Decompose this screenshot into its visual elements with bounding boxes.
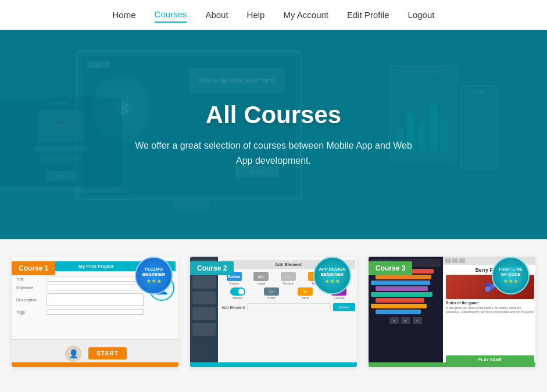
navbar: Home Courses About Help My Account Edit … xyxy=(0,0,547,30)
nav-about[interactable]: About xyxy=(205,8,228,22)
hero-title: All Courses xyxy=(128,101,419,129)
hero-banner: Q1 ❄ What is the refraction of light? Ti… xyxy=(0,30,547,239)
medal-text-3: FIRST LINEOF CODE xyxy=(499,267,523,277)
c2-button-btn[interactable]: Button xyxy=(333,303,355,311)
medal-text-1: PLEZMOBEGINNER xyxy=(142,267,166,277)
medal-text-2: APP DESIGNBEGINNER xyxy=(319,267,345,277)
c2-el-textbox-label: Textbox xyxy=(283,282,294,285)
c1-small-avatar: 👤 xyxy=(65,346,81,362)
hero-subtitle: We offer a great selection of courses be… xyxy=(128,138,419,168)
nav-edit-profile[interactable]: Edit Profile xyxy=(347,8,389,22)
c2-el-canvas-label: Canvas xyxy=(334,296,345,300)
course3-bottom-bar xyxy=(369,362,535,367)
c3-rules-title: Rules of the game xyxy=(446,301,534,305)
c3-rules-text: In this game you need to find berries. B… xyxy=(446,306,534,355)
c2-add-element-label: Add Element xyxy=(221,305,245,310)
c2-el-button-label: Button xyxy=(230,282,239,285)
medal-stars-2: ★ ★ ★ xyxy=(325,279,339,285)
courses-section: Course 1 PLEZMOBEGINNER ★ ★ ★ My First P… xyxy=(0,239,547,384)
c2-el-table2-label: Table xyxy=(302,296,309,300)
nav-home[interactable]: Home xyxy=(113,8,136,22)
medal-stars-3: ★ ★ ★ xyxy=(503,279,518,285)
nav-logout[interactable]: Logout xyxy=(408,8,435,22)
course2-bottom-bar xyxy=(190,362,357,367)
course-card-2[interactable]: Course 2 APP DESIGNBEGINNER ★ ★ ★ xyxy=(190,257,357,367)
nav-my-account[interactable]: My Account xyxy=(283,8,328,22)
c1-label-desc: Description xyxy=(16,298,44,302)
course-medal-2: APP DESIGNBEGINNER ★ ★ ★ xyxy=(313,257,351,294)
course-card-3[interactable]: Course 3 FIRST LINEOF CODE ★ ★ ★ xyxy=(369,257,535,367)
course-badge-3: Course 3 xyxy=(369,261,412,275)
c2-el-script-label: Script xyxy=(267,296,276,300)
c1-label-obj: Objective xyxy=(16,286,44,290)
c1-label-title: Title xyxy=(16,277,44,281)
course-badge-1: Course 1 xyxy=(12,261,55,275)
c2-el-label-label: Label xyxy=(258,282,265,285)
course-medal-3: FIRST LINEOF CODE ★ ★ ★ xyxy=(492,257,530,294)
medal-stars-1: ★ ★ ★ xyxy=(146,279,161,285)
hero-content: All Courses We offer a great selection o… xyxy=(128,101,419,168)
c1-start-btn[interactable]: START xyxy=(88,347,127,359)
course-badge-2: Course 2 xyxy=(190,261,234,275)
c1-label-tags: Tags xyxy=(16,310,44,314)
course-medal-1: PLEZMOBEGINNER ★ ★ ★ xyxy=(135,257,173,294)
nav-help[interactable]: Help xyxy=(247,8,265,22)
course1-bottom-bar xyxy=(12,362,178,367)
c2-el-device-label: Device xyxy=(233,296,242,300)
course-card-1[interactable]: Course 1 PLEZMOBEGINNER ★ ★ ★ My First P… xyxy=(12,257,178,367)
nav-courses[interactable]: Courses xyxy=(155,7,187,23)
